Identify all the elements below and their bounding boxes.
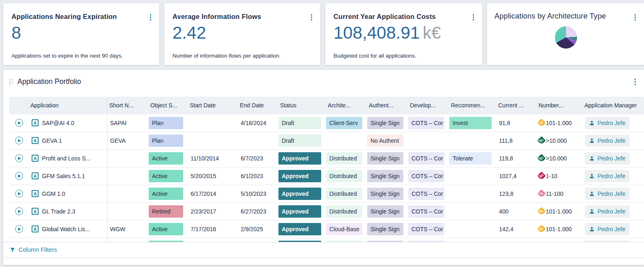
short-name-cell: SAPAI bbox=[108, 114, 149, 132]
kebab-menu-icon[interactable] bbox=[471, 13, 476, 22]
expand-row-button[interactable] bbox=[15, 172, 23, 180]
start-date-cell bbox=[188, 238, 238, 242]
end-date-cell bbox=[238, 238, 278, 242]
application-manager-cell: Pedro Jefe bbox=[583, 114, 644, 132]
manager-name: Pedro Jefe bbox=[598, 120, 626, 126]
application-manager-link[interactable]: Pedro Jefe bbox=[585, 205, 630, 218]
application-manager-link[interactable]: Pedro Jefe bbox=[585, 152, 630, 165]
expand-row-button[interactable] bbox=[15, 225, 23, 233]
development-cell: COTS – Cor bbox=[408, 185, 449, 202]
table-footer: Column Filters bbox=[3, 242, 644, 258]
kebab-menu-icon[interactable] bbox=[633, 77, 638, 86]
column-header-application[interactable]: Application bbox=[29, 97, 108, 114]
application-manager-cell: Pedro Jefe bbox=[583, 185, 644, 202]
application-manager-link[interactable]: Pedro Jefe bbox=[585, 241, 630, 242]
column-header-object-state[interactable]: Object S... bbox=[149, 97, 188, 114]
column-header-short-name[interactable]: Short N... bbox=[108, 97, 149, 114]
architecture-pie-chart[interactable] bbox=[555, 26, 577, 49]
recommendation-badge: Tolerate bbox=[449, 152, 492, 165]
current-cost-cell: 142,4 bbox=[497, 221, 537, 238]
column-header-number-of-users[interactable]: Number... bbox=[537, 97, 583, 114]
development-cell: COTS – Cor bbox=[408, 238, 449, 242]
table-row: AGlobal Watch Lis... WGW Active 7/17/201… bbox=[9, 221, 644, 238]
application-name: Profit and Loss S... bbox=[42, 155, 90, 162]
card-title: Applications by Architecture Type bbox=[494, 12, 606, 21]
expand-row-button[interactable] bbox=[15, 207, 23, 215]
filter-funnel-icon bbox=[9, 247, 16, 253]
column-header-current-cost[interactable]: Current ... bbox=[497, 97, 537, 114]
expander-cell bbox=[9, 221, 29, 238]
application-manager-link[interactable]: Pedro Jefe bbox=[585, 135, 630, 147]
object_state-badge: Active bbox=[149, 223, 183, 235]
architecture-cell: Distributed bbox=[326, 238, 367, 242]
application-manager-link[interactable]: Pedro Jefe bbox=[585, 223, 630, 235]
kebab-menu-icon[interactable] bbox=[148, 13, 153, 22]
architecture-cell: Distributed bbox=[326, 185, 367, 202]
card-applications-nearing-expiration: Applications Nearing Expiration 8 Applic… bbox=[3, 3, 159, 65]
person-icon bbox=[589, 209, 595, 214]
development-badge: COTS – Cor bbox=[408, 188, 444, 200]
column-header-application-manager[interactable]: Application Manager bbox=[583, 97, 644, 114]
authentication-badge: Single Sign bbox=[367, 205, 403, 218]
application-type-icon: A bbox=[32, 190, 39, 197]
user-count-value: 101-1.000 bbox=[546, 120, 572, 126]
column-header-authentication[interactable]: Authent... bbox=[367, 97, 408, 114]
application-manager-link[interactable]: Pedro Jefe bbox=[585, 117, 630, 129]
application-manager-link[interactable]: Pedro Jefe bbox=[585, 170, 630, 182]
table-row: AGGM 1.0 Active 6/17/2014 5/10/2023 Appr… bbox=[9, 185, 644, 203]
column-header-architecture[interactable]: Archite... bbox=[326, 97, 367, 114]
current-cost-cell: 123,8 bbox=[497, 185, 537, 202]
object-state-cell: Active bbox=[149, 185, 188, 202]
application-cell[interactable]: AGL Trade 2.3 bbox=[29, 203, 108, 220]
tag-size-letter: M bbox=[539, 209, 543, 213]
person-icon bbox=[589, 226, 595, 232]
application-cell[interactable]: AGEVA 1 bbox=[29, 132, 108, 149]
drag-handle-icon[interactable] bbox=[9, 79, 14, 85]
short-name-cell: GEVA bbox=[108, 132, 149, 149]
recommendation-cell: Invest bbox=[449, 114, 497, 132]
application-manager-link[interactable]: Pedro Jefe bbox=[585, 188, 630, 200]
column-header-recommendation[interactable]: Recommen... bbox=[449, 97, 497, 114]
column-header-end-date[interactable]: End Date bbox=[238, 97, 278, 114]
column-filters-button[interactable]: Column Filters bbox=[9, 246, 57, 253]
application-name: GFM Sales 5.1.1 bbox=[42, 173, 85, 179]
end-date-cell: 2/9/2025 bbox=[238, 221, 278, 238]
manager-name: Pedro Jefe bbox=[598, 137, 626, 144]
authentication-badge: Single Sign bbox=[367, 117, 403, 129]
expand-row-button[interactable] bbox=[15, 119, 23, 127]
architecture-cell bbox=[326, 132, 367, 149]
card-title: Applications Nearing Expiration bbox=[12, 13, 117, 21]
manager-name: Pedro Jefe bbox=[598, 226, 626, 232]
expand-row-button[interactable] bbox=[15, 190, 23, 197]
kebab-menu-icon[interactable] bbox=[633, 13, 638, 22]
expand-row-button[interactable] bbox=[15, 137, 23, 144]
number-of-users-cell: XL>10.000 bbox=[537, 132, 583, 149]
status-cell: Approved bbox=[278, 221, 326, 238]
application-cell[interactable]: AGGM 1.0 bbox=[29, 185, 108, 202]
current-cost-cell: 91,8 bbox=[497, 114, 537, 132]
start-date-cell bbox=[188, 114, 238, 132]
application-cell[interactable] bbox=[29, 238, 108, 242]
architecture-cell: Client-Serv bbox=[326, 114, 367, 132]
application-cell[interactable]: AGlobal Watch Lis... bbox=[29, 221, 108, 238]
authentication-cell: Single Sign bbox=[367, 114, 408, 132]
application-cell[interactable]: AProfit and Loss S... bbox=[29, 150, 108, 167]
application-cell[interactable]: AGFM Sales 5.1.1 bbox=[29, 167, 108, 185]
tag-size-letter: S bbox=[540, 192, 543, 195]
column-header-start-date[interactable]: Start Date bbox=[188, 97, 238, 114]
development-badge: COTS – Cor bbox=[408, 117, 444, 129]
current-cost-cell: 400 bbox=[497, 203, 537, 220]
column-header-status[interactable]: Status bbox=[278, 97, 326, 114]
column-header-development[interactable]: Develop... bbox=[408, 97, 449, 114]
kebab-menu-icon[interactable] bbox=[309, 13, 314, 22]
status-badge: Approved bbox=[278, 223, 321, 235]
application-cell[interactable]: ASAP@AI 4.0 bbox=[29, 114, 108, 132]
expander-cell bbox=[9, 114, 29, 132]
status-cell: Approved bbox=[278, 185, 326, 202]
authentication-badge: Single Sign bbox=[367, 152, 403, 165]
expand-row-button[interactable] bbox=[15, 154, 23, 162]
short-name-cell bbox=[108, 167, 149, 185]
kpi-value: 2.42 bbox=[172, 24, 314, 42]
authentication-badge: Single Sign bbox=[367, 241, 403, 242]
application-name: GEVA 1 bbox=[42, 137, 62, 144]
